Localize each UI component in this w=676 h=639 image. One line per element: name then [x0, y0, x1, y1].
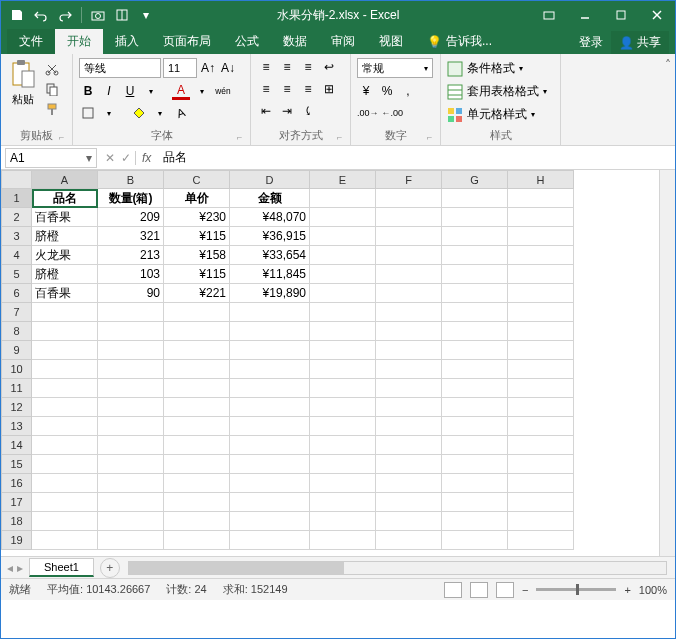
orientation-icon[interactable]: A [169, 101, 192, 124]
cell[interactable] [442, 474, 508, 493]
cell[interactable] [32, 398, 98, 417]
row-header[interactable]: 11 [2, 379, 32, 398]
cell-styles-button[interactable]: 单元格样式▾ [447, 104, 554, 125]
cell[interactable] [376, 360, 442, 379]
increase-indent-icon[interactable]: ⇥ [278, 102, 296, 120]
cell[interactable] [508, 512, 574, 531]
cell[interactable] [310, 246, 376, 265]
cell[interactable] [164, 493, 230, 512]
cell[interactable] [508, 474, 574, 493]
underline-button[interactable]: U [121, 82, 139, 100]
cell[interactable] [164, 360, 230, 379]
cell[interactable] [230, 379, 310, 398]
comma-icon[interactable]: , [399, 82, 417, 100]
cell[interactable]: ¥115 [164, 265, 230, 284]
cell[interactable] [230, 341, 310, 360]
table-format-button[interactable]: 套用表格格式▾ [447, 81, 554, 102]
row-header[interactable]: 6 [2, 284, 32, 303]
paste-icon[interactable] [7, 58, 39, 90]
cell[interactable] [98, 512, 164, 531]
cell[interactable] [442, 398, 508, 417]
cell[interactable] [230, 322, 310, 341]
tab-page-layout[interactable]: 页面布局 [151, 29, 223, 54]
minimize-button[interactable] [567, 1, 603, 29]
wrap-text-icon[interactable]: ↩ [320, 58, 338, 76]
cell[interactable] [98, 417, 164, 436]
cell[interactable]: 百香果 [32, 284, 98, 303]
cell[interactable] [98, 322, 164, 341]
cell[interactable]: 品名 [32, 189, 98, 208]
cell[interactable] [376, 512, 442, 531]
row-header[interactable]: 5 [2, 265, 32, 284]
underline-dropdown-icon[interactable]: ▾ [142, 82, 160, 100]
cell[interactable] [508, 417, 574, 436]
border-icon[interactable] [79, 104, 97, 122]
cell[interactable]: ¥158 [164, 246, 230, 265]
cut-icon[interactable] [43, 60, 61, 78]
cell[interactable] [164, 341, 230, 360]
cell[interactable] [376, 284, 442, 303]
tab-tellme[interactable]: 💡告诉我... [415, 29, 504, 54]
bold-button[interactable]: B [79, 82, 97, 100]
row-header[interactable]: 16 [2, 474, 32, 493]
column-header[interactable]: E [310, 171, 376, 189]
cell[interactable] [230, 512, 310, 531]
cell[interactable] [442, 265, 508, 284]
tab-file[interactable]: 文件 [7, 29, 55, 54]
cell[interactable] [32, 303, 98, 322]
cell[interactable]: 百香果 [32, 208, 98, 227]
tab-insert[interactable]: 插入 [103, 29, 151, 54]
cell[interactable] [310, 531, 376, 550]
row-header[interactable]: 14 [2, 436, 32, 455]
align-center-icon[interactable]: ≡ [278, 80, 296, 98]
cell[interactable] [442, 341, 508, 360]
cell[interactable] [310, 341, 376, 360]
row-header[interactable]: 2 [2, 208, 32, 227]
cell[interactable] [442, 455, 508, 474]
align-top-icon[interactable]: ≡ [257, 58, 275, 76]
cell[interactable] [508, 284, 574, 303]
cell[interactable] [310, 227, 376, 246]
cell[interactable] [164, 436, 230, 455]
orientation-dropdown-icon[interactable]: ⤹ [299, 102, 317, 120]
cell[interactable]: 脐橙 [32, 265, 98, 284]
cell[interactable] [442, 246, 508, 265]
cell[interactable] [442, 284, 508, 303]
name-box[interactable]: A1▾ [5, 148, 97, 168]
zoom-in-button[interactable]: + [624, 584, 630, 596]
formula-input[interactable]: 品名 [157, 149, 675, 166]
column-header[interactable]: B [98, 171, 164, 189]
cell[interactable] [376, 322, 442, 341]
cell[interactable] [442, 322, 508, 341]
row-header[interactable]: 10 [2, 360, 32, 379]
undo-icon[interactable] [31, 5, 51, 25]
alignment-launcher-icon[interactable]: ⌐ [337, 132, 347, 142]
cell[interactable] [508, 341, 574, 360]
cell[interactable] [442, 436, 508, 455]
share-button[interactable]: 👤共享 [611, 31, 669, 54]
cell[interactable] [310, 189, 376, 208]
cell[interactable] [508, 531, 574, 550]
sheet-nav-prev-icon[interactable]: ◂ [7, 561, 13, 575]
cell[interactable] [32, 493, 98, 512]
cell[interactable] [230, 436, 310, 455]
cell[interactable] [508, 360, 574, 379]
cell[interactable] [98, 398, 164, 417]
cell[interactable]: ¥230 [164, 208, 230, 227]
cell[interactable] [164, 417, 230, 436]
cell[interactable] [508, 379, 574, 398]
tab-formulas[interactable]: 公式 [223, 29, 271, 54]
cell[interactable]: 单价 [164, 189, 230, 208]
cell[interactable] [32, 417, 98, 436]
cell[interactable] [164, 531, 230, 550]
row-header[interactable]: 19 [2, 531, 32, 550]
cell[interactable] [442, 303, 508, 322]
increase-font-icon[interactable]: A↑ [199, 59, 217, 77]
cell[interactable] [164, 398, 230, 417]
cell[interactable] [376, 341, 442, 360]
cell[interactable] [376, 436, 442, 455]
row-header[interactable]: 15 [2, 455, 32, 474]
cell[interactable]: 数量(箱) [98, 189, 164, 208]
row-header[interactable]: 9 [2, 341, 32, 360]
cell[interactable] [164, 512, 230, 531]
